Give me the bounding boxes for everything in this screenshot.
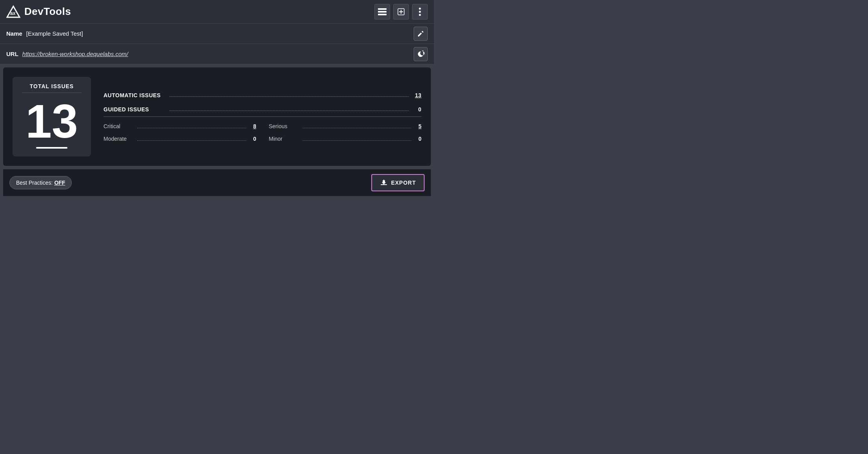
export-icon (380, 179, 388, 187)
app-title: DevTools (24, 5, 71, 18)
header-left: ax DevTools (6, 5, 71, 19)
name-label: Name (6, 30, 22, 37)
moderate-item: Moderate 0 (104, 133, 256, 145)
moderate-value: 0 (249, 136, 256, 142)
svg-rect-7 (399, 11, 403, 12)
ax-logo-icon: ax (6, 5, 20, 19)
footer: Best Practices: OFF EXPORT (3, 169, 431, 196)
minor-label: Minor (269, 136, 300, 142)
serious-dots (303, 128, 412, 128)
serious-label: Serious (269, 123, 300, 129)
critical-value[interactable]: 8 (249, 123, 256, 129)
name-value: [Example Saved Test] (26, 30, 83, 37)
total-issues-label: TOTAL ISSUES (22, 83, 82, 93)
edit-icon (417, 30, 424, 37)
more-options-button[interactable] (412, 4, 428, 20)
export-label: EXPORT (391, 180, 416, 186)
svg-text:ax: ax (10, 11, 16, 16)
name-row: Name [Example Saved Test] (0, 24, 434, 44)
automatic-issues-label: AUTOMATIC ISSUES (104, 92, 166, 98)
guided-issues-label: GUIDED ISSUES (104, 106, 166, 113)
stats-container: TOTAL ISSUES 13 AUTOMATIC ISSUES 13 GUID… (13, 77, 421, 156)
svg-rect-4 (378, 14, 387, 15)
minor-value: 0 (414, 136, 421, 142)
list-view-button[interactable] (374, 4, 390, 20)
critical-dots (137, 128, 246, 128)
best-practices-state: OFF (54, 180, 65, 186)
auto-dots (169, 96, 409, 97)
guided-dots (169, 111, 409, 111)
svg-point-8 (419, 7, 421, 9)
automatic-issues-value[interactable]: 13 (412, 92, 421, 98)
serious-value[interactable]: 5 (414, 123, 421, 129)
moderate-label: Moderate (104, 136, 135, 142)
reload-url-button[interactable] (414, 47, 428, 61)
best-practices-label: Best Practices: (16, 180, 53, 186)
serious-item: Serious 5 (269, 120, 422, 133)
header: ax DevTools (0, 0, 434, 24)
export-button[interactable]: EXPORT (371, 174, 425, 191)
svg-point-9 (419, 11, 421, 13)
best-practices-button[interactable]: Best Practices: OFF (9, 176, 72, 189)
total-issues-number: 13 (25, 98, 78, 145)
url-label: URL (6, 51, 18, 57)
main-panel: TOTAL ISSUES 13 AUTOMATIC ISSUES 13 GUID… (3, 67, 431, 166)
url-row: URL https://broken-workshop.dequelabs.co… (0, 44, 434, 64)
total-issues-underline (36, 147, 67, 149)
severity-grid: Critical 8 Serious 5 Moderate 0 (104, 120, 421, 145)
svg-rect-3 (378, 11, 387, 13)
svg-point-10 (419, 14, 421, 16)
guided-issues-value: 0 (412, 106, 421, 113)
add-icon (397, 8, 405, 16)
name-left: Name [Example Saved Test] (6, 30, 83, 37)
total-issues-box: TOTAL ISSUES 13 (13, 77, 91, 156)
url-left: URL https://broken-workshop.dequelabs.co… (6, 51, 128, 57)
right-stats: AUTOMATIC ISSUES 13 GUIDED ISSUES 0 Crit… (104, 77, 421, 156)
edit-name-button[interactable] (414, 27, 428, 41)
automatic-issues-row: AUTOMATIC ISSUES 13 (104, 88, 421, 102)
minor-dots (303, 140, 412, 141)
header-right (374, 4, 428, 20)
guided-issues-row: GUIDED ISSUES 0 (104, 102, 421, 117)
svg-rect-11 (381, 184, 387, 185)
critical-label: Critical (104, 123, 135, 129)
more-icon (419, 7, 421, 16)
url-value[interactable]: https://broken-workshop.dequelabs.com/ (22, 51, 128, 57)
add-test-button[interactable] (393, 4, 409, 20)
svg-rect-2 (378, 8, 387, 10)
minor-item: Minor 0 (269, 133, 422, 145)
list-view-icon (378, 8, 387, 15)
critical-item: Critical 8 (104, 120, 256, 133)
moderate-dots (137, 140, 246, 141)
reload-icon (417, 50, 425, 58)
